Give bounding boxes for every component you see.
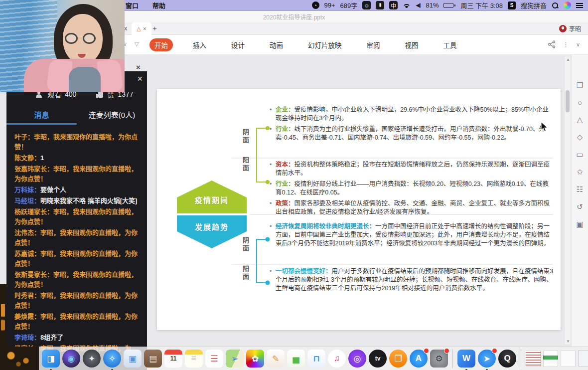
pages-icon-glyph: ✎ xyxy=(272,354,279,364)
menu-bar-clock[interactable]: 周三 下午 3:08 xyxy=(460,0,503,10)
minimized-window-icon[interactable] xyxy=(561,350,576,367)
vertical-scrollbar[interactable]: ▲ ▼ xyxy=(564,56,571,345)
active-document-tab[interactable]: △ × xyxy=(132,22,151,35)
safari-icon[interactable]: ✧ xyxy=(103,350,121,368)
system-preferences-icon[interactable]: ⚙ xyxy=(430,350,448,368)
share-icon[interactable] xyxy=(548,40,556,48)
siri-icon[interactable]: ◉ xyxy=(62,350,80,368)
webcam-video[interactable] xyxy=(0,0,125,92)
menu-item-help[interactable]: 帮助 xyxy=(152,0,165,10)
qq-icon[interactable]: Q xyxy=(498,350,516,368)
slide-bullet-item: •行业：线下消费为主的行业损失惨重，国家经济增长遭受打击。用户消费指数：外出就餐… xyxy=(269,125,554,142)
books-icon[interactable]: ❐ xyxy=(389,350,407,368)
slide-canvas[interactable]: 疫情期间 发展趋势 阴面 阳面 阴面 阳面 •企业：受疫情影响，中小企业收入下滑… xyxy=(157,89,561,330)
siri-icon-glyph: ◉ xyxy=(68,354,75,364)
bullet-term: 行业： xyxy=(276,181,294,187)
bullet-text: 线下消费为主的行业损失惨重，国家经济增长遭受打击。用户消费指数：外出就餐-0.7… xyxy=(276,126,545,141)
numbers-icon[interactable]: ▅ xyxy=(287,350,305,368)
bullet-dot: • xyxy=(270,161,272,169)
minimized-document-icon[interactable] xyxy=(526,350,541,367)
ime-name[interactable]: 搜狗拼音 xyxy=(521,0,547,10)
design-icon[interactable]: △ xyxy=(577,115,583,124)
app-store-icon[interactable]: A xyxy=(410,350,428,368)
calendar-icon[interactable]: 11 xyxy=(164,350,182,368)
chat-message-name: 李诗琦： xyxy=(14,334,40,341)
input-method-icon[interactable]: 中 xyxy=(389,1,398,9)
more-options-icon[interactable]: ⋮ xyxy=(563,41,569,48)
minimized-window-2-icon[interactable] xyxy=(578,350,588,367)
tab-messages[interactable]: 消息 xyxy=(6,109,77,120)
ribbon-tab-5[interactable]: 审阅 xyxy=(362,38,385,51)
launchpad-icon-glyph: ✦ xyxy=(88,354,95,364)
dock-badge xyxy=(492,348,497,354)
ribbon-tab-1[interactable]: 插入 xyxy=(188,38,211,51)
side-label-yang-1: 阳面 xyxy=(241,157,250,173)
bullet-term: 行业： xyxy=(276,126,294,133)
pages-icon[interactable]: ✎ xyxy=(267,350,285,368)
hexagon-bottom xyxy=(177,215,247,248)
webcam-close-icon[interactable]: × xyxy=(136,63,141,71)
quick-access-icons[interactable]: ∨ ▽ xyxy=(123,41,142,47)
notes-icon[interactable]: ≡ xyxy=(185,350,203,368)
volume-icon[interactable]: ◀) xyxy=(416,2,421,8)
effect-icon[interactable]: ✩ xyxy=(577,168,583,177)
collapse-ribbon-icon[interactable]: ∨ xyxy=(576,41,580,48)
preview-icon[interactable]: ▣ xyxy=(124,350,142,368)
battery-percent: 81% xyxy=(426,1,439,9)
chat-message-text: 明晓来我家不咯 搞羊肉火锅[大笑] xyxy=(40,197,137,204)
maps-icon[interactable]: ➢ xyxy=(226,350,244,368)
podcasts-icon[interactable]: ◎ xyxy=(348,350,366,368)
ribbon-tab-3[interactable]: 动画 xyxy=(265,38,288,51)
ribbon-tab-7[interactable]: 工具 xyxy=(439,38,462,51)
scroll-up-icon[interactable]: ▲ xyxy=(566,57,570,62)
chat-message-list[interactable]: 叶子：李昭，我来围观你的直播啦，为你点赞！陈文静：1张嘉玮家长：李昭，我来围观你… xyxy=(14,132,140,355)
adjust-icon[interactable]: ☷ xyxy=(577,185,583,194)
menu-item-window[interactable]: 窗口 xyxy=(126,0,139,10)
spotlight-search-icon[interactable] xyxy=(552,2,559,9)
shape-icon[interactable]: ○ xyxy=(578,98,582,107)
scrollbar-thumb[interactable] xyxy=(566,90,570,112)
notes-icon-glyph: ≡ xyxy=(191,354,196,364)
keynote-icon[interactable]: ⊓ xyxy=(307,350,325,368)
layout-icon[interactable]: ▭ xyxy=(576,150,583,159)
finder-icon[interactable]: ◨ xyxy=(42,350,60,368)
ribbon-tab-0[interactable]: 开始 xyxy=(149,38,173,51)
chat-message-name: 时秀君： xyxy=(14,292,40,299)
launchpad-icon[interactable]: ✦ xyxy=(83,350,101,368)
animation-pane-icon[interactable]: ❐ xyxy=(577,81,583,90)
wifi-icon[interactable] xyxy=(403,2,411,8)
apple-tv-icon[interactable]: tv xyxy=(369,350,387,368)
classroom-app-icon[interactable]: ➤ xyxy=(478,350,496,368)
photos-icon[interactable]: ✿ xyxy=(246,350,264,368)
dock-separator xyxy=(452,349,453,368)
scroll-down-icon[interactable]: ▼ xyxy=(566,339,570,344)
ribbon-tab-6[interactable]: 视图 xyxy=(400,38,424,51)
contacts-icon[interactable]: ▤ xyxy=(144,350,162,368)
sogou-ime-icon[interactable]: S xyxy=(508,1,516,9)
resource-icon[interactable]: ◇ xyxy=(577,133,583,142)
bullet-term: 经济恢复周期将较非典时期更漫长： xyxy=(276,223,375,230)
slide-bullet-item: •一切都会慢慢变好：用户对于多数行业在疫情结束后的预期都随时间推移而向好发展，且… xyxy=(269,267,554,293)
user-avatar[interactable] xyxy=(559,25,567,32)
ribbon-tab-4[interactable]: 幻灯片放映 xyxy=(303,38,347,51)
new-tab-button[interactable]: + xyxy=(152,24,157,32)
music-icon[interactable]: ♫ xyxy=(328,350,346,368)
notification-icon[interactable]: ◔ xyxy=(312,1,319,9)
wps-office-icon[interactable]: W xyxy=(457,350,475,368)
siri-icon[interactable] xyxy=(564,1,571,9)
dictation-mic-icon[interactable]: ⬍ xyxy=(376,1,384,9)
tab-close-icon[interactable]: × xyxy=(143,25,147,32)
notification-center-icon[interactable] xyxy=(576,3,583,8)
active-tab-underline xyxy=(6,123,77,125)
emoji-picker-icon[interactable]: ☺ xyxy=(362,1,371,9)
image-icon[interactable]: ▣ xyxy=(576,220,583,229)
dock-badge xyxy=(424,348,429,354)
ribbon-tab-2[interactable]: 设计 xyxy=(226,38,250,51)
tab-mic-list[interactable]: 连麦列表(0人) xyxy=(77,109,147,120)
user-name[interactable]: 李昭 xyxy=(569,24,581,33)
reminders-icon[interactable]: ☰ xyxy=(205,350,223,368)
minimized-sheet-icon[interactable] xyxy=(543,350,558,367)
history-icon[interactable]: ↺ xyxy=(577,202,583,211)
wps-office-icon-glyph: W xyxy=(462,354,470,364)
chat-close-icon[interactable]: × xyxy=(137,74,143,83)
